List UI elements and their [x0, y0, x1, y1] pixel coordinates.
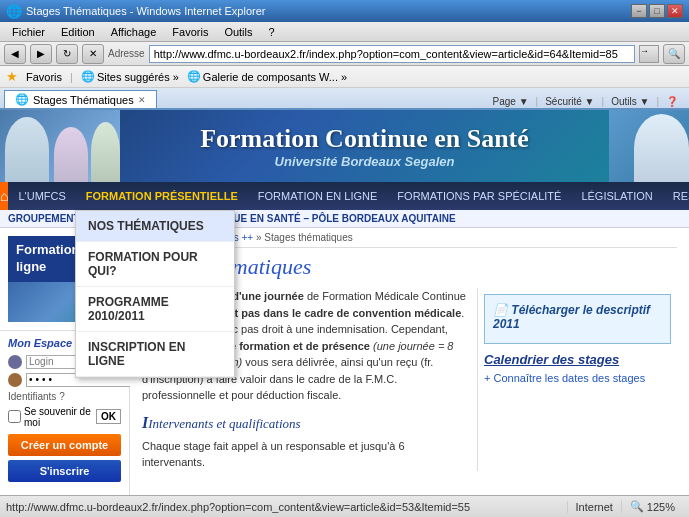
- breadcrumb-stages: Stages thématiques: [264, 232, 352, 243]
- separator: |: [70, 71, 73, 83]
- menu-edition[interactable]: Edition: [53, 24, 103, 40]
- window-title: Stages Thématiques - Windows Internet Ex…: [26, 5, 631, 17]
- right-panel: 📄 Télécharger le descriptif 2011 Calendr…: [477, 288, 677, 471]
- header-right-image: [609, 110, 689, 182]
- sites-suggeres-link[interactable]: 🌐 Sites suggérés »: [81, 70, 179, 83]
- title-bar: 🌐 Stages Thématiques - Windows Internet …: [0, 0, 689, 22]
- creer-compte-button[interactable]: Créer un compte: [8, 434, 121, 456]
- dropdown-programme[interactable]: PROGRAMME 2010/2011: [76, 287, 234, 332]
- nav-formations-specialite[interactable]: FORMATIONS PAR SPÉCIALITÉ: [387, 182, 571, 210]
- nav-ressources[interactable]: RESSOURCES: [663, 182, 689, 210]
- minimize-button[interactable]: −: [631, 4, 647, 18]
- favorites-bar: ★ Favoris | 🌐 Sites suggérés » 🌐 Galerie…: [0, 66, 689, 88]
- dropdown-formation-pour-qui[interactable]: FORMATION POUR QUI?: [76, 242, 234, 287]
- header-left-image: [0, 110, 120, 182]
- calendrier-link[interactable]: + Connaître les dates des stages: [484, 372, 645, 384]
- stop-button[interactable]: ✕: [82, 44, 104, 64]
- section1-title: IIntervenants et qualifications: [142, 414, 467, 432]
- address-input[interactable]: [149, 45, 635, 63]
- galerie-link[interactable]: 🌐 Galerie de composants W... »: [187, 70, 347, 83]
- active-tab[interactable]: 🌐 Stages Thématiques ✕: [4, 90, 157, 108]
- site-content: Formation Continue en Santé Université B…: [0, 110, 689, 495]
- favorites-star-icon: ★: [6, 69, 18, 84]
- calendrier-box: Calendrier des stages + Connaître les da…: [484, 352, 671, 385]
- close-button[interactable]: ✕: [667, 4, 683, 18]
- site-main-title: Formation Continue en Santé: [120, 124, 609, 154]
- menu-favoris[interactable]: Favoris: [164, 24, 216, 40]
- address-label: Adresse: [108, 48, 145, 59]
- site-subtitle: Université Bordeaux Segalen: [120, 154, 609, 169]
- address-bar: ◀ ▶ ↻ ✕ Adresse → 🔍: [0, 42, 689, 66]
- maximize-button[interactable]: □: [649, 4, 665, 18]
- telecharger-box: 📄 Télécharger le descriptif 2011: [484, 294, 671, 344]
- status-zone: Internet: [567, 501, 621, 513]
- nav-formation-ligne[interactable]: FORMATION EN LIGNE: [248, 182, 388, 210]
- remember-checkbox[interactable]: [8, 410, 21, 423]
- tab-label: Stages Thématiques: [33, 94, 134, 106]
- go-button[interactable]: →: [639, 45, 659, 63]
- page-tool[interactable]: Page ▼: [490, 95, 532, 108]
- telecharger-title[interactable]: 📄 Télécharger le descriptif 2011: [493, 303, 662, 331]
- forward-button[interactable]: ▶: [30, 44, 52, 64]
- favorites-label[interactable]: Favoris: [26, 71, 62, 83]
- dropdown-inscription[interactable]: INSCRIPTION EN LIGNE: [76, 332, 234, 377]
- nav-umfcs[interactable]: L'UMFCS: [8, 182, 75, 210]
- calendrier-title: Calendrier des stages: [484, 352, 671, 367]
- status-bar: http://www.dfmc.u-bordeaux2.fr/index.php…: [0, 495, 689, 517]
- dropdown-menu: NOS THÉMATIQUES FORMATION POUR QUI? PROG…: [75, 210, 235, 378]
- menu-fichier[interactable]: Fichier: [4, 24, 53, 40]
- home-button[interactable]: ⌂: [0, 182, 8, 210]
- tab-close-button[interactable]: ✕: [138, 95, 146, 105]
- window-controls[interactable]: − □ ✕: [631, 4, 683, 18]
- nav-formation-presentielle[interactable]: FORMATION PRÉSENTIELLE: [76, 182, 248, 210]
- identifiant-text: Identifiants ?: [8, 391, 121, 402]
- tools-tool[interactable]: Outils ▼: [608, 95, 652, 108]
- refresh-button[interactable]: ↻: [56, 44, 78, 64]
- menu-outils[interactable]: Outils: [216, 24, 260, 40]
- status-zoom: 🔍 125%: [621, 500, 683, 513]
- nav-legislation[interactable]: LÉGISLATION: [571, 182, 662, 210]
- tab-bar: 🌐 Stages Thématiques ✕ Page ▼ | Sécurité…: [0, 88, 689, 110]
- back-button[interactable]: ◀: [4, 44, 26, 64]
- nav-bar: ⌂ L'UMFCS FORMATION PRÉSENTIELLE FORMATI…: [0, 182, 689, 210]
- menu-bar: Fichier Edition Affichage Favoris Outils…: [0, 22, 689, 42]
- help-ie-tool[interactable]: ❓: [663, 95, 681, 108]
- header-title-area: Formation Continue en Santé Université B…: [120, 124, 609, 169]
- search-button[interactable]: 🔍: [663, 44, 685, 64]
- section1-text: Chaque stage fait appel à un responsable…: [142, 438, 467, 471]
- ok-button[interactable]: OK: [96, 409, 121, 424]
- status-url: http://www.dfmc.u-bordeaux2.fr/index.php…: [6, 501, 567, 513]
- site-header: Formation Continue en Santé Université B…: [0, 110, 689, 182]
- lock-icon: [8, 373, 22, 387]
- remember-row: Se souvenir de moi OK: [8, 406, 121, 428]
- menu-help[interactable]: ?: [261, 24, 283, 40]
- inscrire-button[interactable]: S'inscrire: [8, 460, 121, 482]
- menu-affichage[interactable]: Affichage: [103, 24, 165, 40]
- dropdown-nos-thematiques[interactable]: NOS THÉMATIQUES: [76, 211, 234, 242]
- user-icon: [8, 355, 22, 369]
- security-tool[interactable]: Sécurité ▼: [542, 95, 597, 108]
- remember-label: Se souvenir de moi: [24, 406, 93, 428]
- tab-bar-tools: Page ▼ | Sécurité ▼ | Outils ▼ | ❓: [490, 95, 685, 108]
